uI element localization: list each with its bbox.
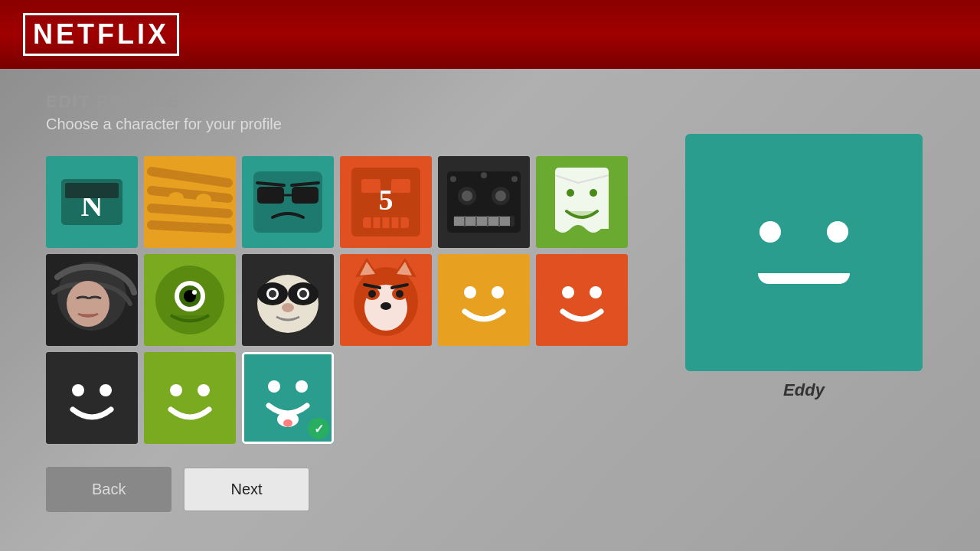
avatar-10[interactable] [438, 254, 530, 346]
svg-point-35 [481, 172, 487, 178]
avatar-grid: N [46, 156, 643, 444]
svg-rect-43 [466, 217, 475, 226]
svg-rect-42 [454, 217, 464, 226]
svg-rect-95 [242, 352, 334, 444]
avatar-13[interactable] [144, 352, 236, 444]
header: NETFLIX [0, 0, 980, 69]
avatar-8[interactable] [242, 254, 334, 346]
svg-rect-20 [361, 179, 381, 193]
page-title: EDIT PROFILE [46, 92, 643, 112]
avatar-14[interactable]: ✓ [242, 352, 334, 444]
svg-line-7 [152, 208, 228, 214]
svg-point-94 [198, 384, 210, 396]
svg-point-34 [450, 176, 456, 182]
svg-point-78 [381, 302, 391, 310]
right-section: Eddy [674, 92, 934, 528]
avatar-3[interactable]: 5 [340, 156, 432, 248]
main-content: EDIT PROFILE Choose a character for your… [0, 69, 980, 551]
svg-point-49 [567, 189, 574, 197]
svg-rect-13 [257, 187, 284, 204]
page-subtitle: Choose a character for your profile [46, 116, 643, 133]
preview-avatar [685, 134, 923, 371]
preview-eyes [760, 221, 848, 243]
svg-rect-21 [391, 179, 410, 193]
svg-line-8 [152, 225, 228, 229]
svg-point-10 [196, 194, 211, 206]
svg-point-73 [368, 290, 376, 298]
avatar-4[interactable] [438, 156, 530, 248]
back-button[interactable]: Back [46, 467, 172, 512]
avatar-5[interactable] [536, 156, 628, 248]
avatar-9[interactable] [340, 254, 432, 346]
svg-point-66 [269, 290, 276, 298]
button-row: Back Next [46, 467, 643, 512]
svg-point-9 [168, 192, 184, 204]
svg-point-96 [268, 380, 280, 393]
svg-point-85 [492, 286, 504, 298]
svg-point-93 [170, 384, 182, 396]
svg-point-88 [590, 286, 602, 298]
preview-mouth [758, 273, 850, 284]
avatar-0[interactable]: N [46, 156, 138, 248]
preview-eye-right [827, 221, 848, 243]
next-button[interactable]: Next [183, 467, 309, 512]
svg-rect-14 [292, 187, 318, 204]
svg-point-59 [192, 290, 197, 295]
svg-point-99 [283, 419, 292, 427]
svg-point-91 [100, 384, 112, 396]
preview-eye-left [760, 221, 781, 243]
svg-point-31 [462, 191, 472, 201]
svg-rect-44 [477, 217, 487, 226]
selected-check: ✓ [308, 418, 329, 439]
svg-point-75 [396, 290, 403, 298]
avatar-2[interactable] [242, 156, 334, 248]
svg-point-53 [67, 281, 109, 327]
svg-rect-92 [144, 352, 236, 444]
avatar-1[interactable] [144, 156, 236, 248]
avatar-12[interactable] [46, 352, 138, 444]
svg-rect-89 [46, 352, 138, 444]
avatar-7[interactable] [144, 254, 236, 346]
svg-rect-86 [536, 254, 628, 346]
svg-point-36 [511, 176, 518, 182]
svg-rect-3 [65, 183, 119, 198]
page-header: EDIT PROFILE Choose a character for your… [46, 92, 643, 133]
preview-face [758, 221, 850, 284]
netflix-logo: NETFLIX [23, 13, 179, 56]
svg-point-98 [277, 412, 299, 427]
svg-point-33 [495, 191, 506, 201]
left-section: EDIT PROFILE Choose a character for your… [46, 92, 643, 528]
svg-rect-46 [500, 217, 510, 226]
avatar-11[interactable] [536, 254, 628, 346]
svg-rect-45 [488, 217, 498, 226]
preview-character-name: Eddy [783, 380, 825, 400]
avatar-6[interactable] [46, 254, 138, 346]
svg-point-67 [299, 290, 307, 298]
svg-rect-23 [363, 217, 409, 228]
svg-rect-83 [438, 254, 530, 346]
svg-point-97 [296, 380, 308, 393]
svg-point-84 [464, 286, 476, 298]
svg-point-90 [72, 384, 84, 396]
svg-point-68 [282, 303, 294, 312]
svg-text:5: 5 [379, 184, 394, 216]
svg-point-87 [562, 286, 574, 298]
svg-point-50 [590, 189, 597, 197]
